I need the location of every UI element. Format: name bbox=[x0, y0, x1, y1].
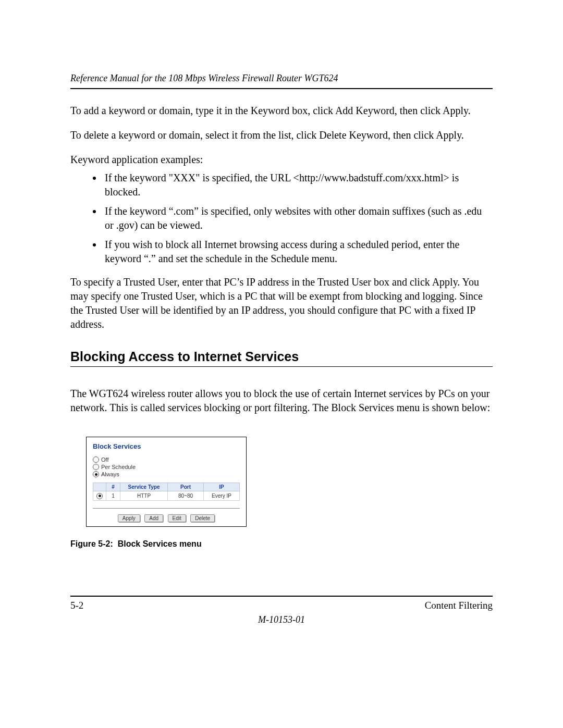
figure-block-services: Block Services Off Per Schedule Always #… bbox=[86, 437, 247, 527]
col-select bbox=[93, 483, 106, 491]
running-header: Reference Manual for the 108 Mbps Wirele… bbox=[70, 73, 493, 84]
col-port: Port bbox=[168, 483, 204, 491]
cell-ip: Every IP bbox=[204, 491, 240, 501]
footer-page-number: 5-2 bbox=[70, 600, 83, 611]
radio-label: Always bbox=[101, 471, 119, 477]
radio-icon bbox=[93, 464, 99, 470]
heading-rule bbox=[70, 366, 493, 367]
cell-num: 1 bbox=[106, 491, 120, 501]
radio-icon bbox=[93, 456, 99, 463]
table-header-row: # Service Type Port IP bbox=[93, 483, 240, 491]
paragraph-examples-intro: Keyword application examples: bbox=[70, 153, 493, 167]
footer-doc-number: M-10153-01 bbox=[70, 614, 493, 625]
examples-list: If the keyword "XXX" is specified, the U… bbox=[70, 171, 493, 266]
col-ip: IP bbox=[204, 483, 240, 491]
radio-label: Per Schedule bbox=[101, 464, 136, 470]
radio-per-schedule[interactable]: Per Schedule bbox=[93, 464, 240, 470]
delete-button[interactable]: Delete bbox=[190, 514, 215, 522]
radio-label: Off bbox=[101, 456, 108, 463]
page: Reference Manual for the 108 Mbps Wirele… bbox=[0, 0, 563, 672]
radio-always[interactable]: Always bbox=[93, 471, 240, 477]
footer-line: 5-2 Content Filtering bbox=[70, 600, 493, 611]
radio-icon bbox=[96, 493, 103, 499]
edit-button[interactable]: Edit bbox=[168, 514, 186, 522]
table-row: 1 HTTP 80~80 Every IP bbox=[93, 491, 240, 501]
paragraph-services-intro: The WGT624 wireless router allows you to… bbox=[70, 387, 493, 415]
header-rule bbox=[70, 88, 493, 89]
list-item: If you wish to block all Internet browsi… bbox=[103, 238, 493, 266]
list-item: If the keyword “.com” is specified, only… bbox=[103, 204, 493, 232]
apply-button[interactable]: Apply bbox=[118, 514, 140, 522]
col-service-type: Service Type bbox=[120, 483, 168, 491]
paragraph-add-keyword: To add a keyword or domain, type it in t… bbox=[70, 104, 493, 118]
button-row: Apply Add Edit Delete bbox=[93, 508, 240, 522]
col-num: # bbox=[106, 483, 120, 491]
cell-service-type: HTTP bbox=[120, 491, 168, 501]
paragraph-trusted-user: To specify a Trusted User, enter that PC… bbox=[70, 275, 493, 331]
list-item: If the keyword "XXX" is specified, the U… bbox=[103, 171, 493, 199]
figure-caption: Figure 5-2: Block Services menu bbox=[70, 539, 493, 549]
footer-section-name: Content Filtering bbox=[425, 600, 493, 611]
services-table: # Service Type Port IP 1 HTTP 80~80 Ever… bbox=[93, 483, 240, 501]
section-heading: Blocking Access to Internet Services bbox=[70, 349, 493, 364]
cell-select[interactable] bbox=[93, 491, 106, 501]
figure-title: Block Services bbox=[93, 442, 240, 450]
cell-port: 80~80 bbox=[168, 491, 204, 501]
radio-off[interactable]: Off bbox=[93, 456, 240, 463]
add-button[interactable]: Add bbox=[144, 514, 163, 522]
footer-rule bbox=[70, 596, 493, 597]
paragraph-delete-keyword: To delete a keyword or domain, select it… bbox=[70, 128, 493, 142]
radio-icon bbox=[93, 471, 99, 477]
